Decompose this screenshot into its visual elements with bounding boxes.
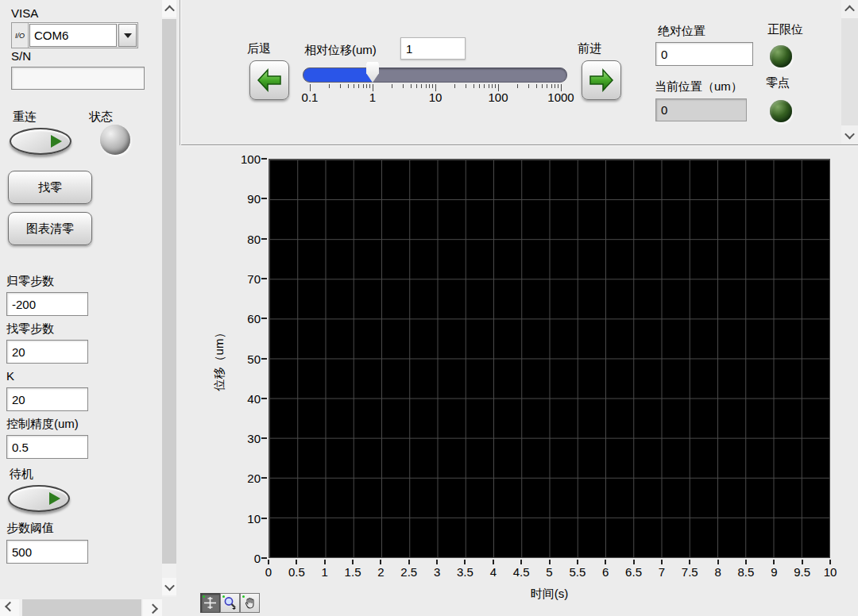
slider-tick	[421, 84, 422, 88]
x-tick-label: 3.5	[457, 565, 473, 579]
y-tick-label: 50	[247, 352, 261, 365]
current-position-label: 当前位置（um）	[655, 79, 743, 94]
x-tick-mark	[549, 560, 551, 564]
find-zero-steps-input[interactable]	[6, 340, 88, 364]
x-tick-label: 0	[265, 565, 272, 579]
x-tick-mark	[520, 560, 522, 564]
visa-combobox[interactable]: I/O COM6	[11, 22, 138, 48]
current-position-indicator: 0	[655, 98, 747, 121]
x-tick-label: 0.5	[288, 565, 305, 579]
k-input[interactable]	[6, 387, 88, 411]
hand-icon	[243, 596, 257, 610]
scroll-down-button[interactable]	[162, 578, 176, 595]
scroll-left-button[interactable]	[0, 599, 19, 616]
back-label: 后退	[247, 41, 271, 56]
slider-scale-label: 100	[488, 90, 508, 104]
x-axis-title: 时间(s)	[269, 587, 830, 602]
zero-point-label: 零点	[766, 75, 790, 90]
find-zero-steps-label: 找零步数	[6, 321, 54, 336]
scrollbar-thumb[interactable]	[22, 599, 141, 616]
y-tick-mark	[261, 477, 267, 479]
x-tick-mark	[773, 560, 775, 564]
visa-combobox-value[interactable]: COM6	[29, 24, 117, 47]
forward-button[interactable]	[582, 60, 621, 100]
scrollbar-thumb[interactable]	[162, 19, 176, 564]
slider-tick	[551, 84, 552, 88]
slider-tick	[558, 84, 558, 88]
find-zero-button[interactable]: 找零	[8, 171, 92, 204]
pane-separator	[180, 0, 181, 145]
application-window: VISA I/O COM6 S/N 重连 状态 找零 图表清零 归零步数 找零步…	[0, 0, 858, 616]
k-label: K	[6, 369, 14, 383]
x-tick-mark	[408, 560, 410, 564]
sn-input[interactable]	[11, 67, 145, 90]
slider-tick	[392, 84, 392, 88]
x-tick-mark	[324, 560, 326, 564]
cursor-tool-button[interactable]	[200, 593, 220, 613]
chevron-up-icon	[844, 5, 855, 15]
x-tick-label: 5	[546, 565, 552, 579]
status-led	[100, 125, 130, 155]
slider-tick	[454, 84, 455, 88]
slider-tick	[495, 84, 496, 88]
x-tick-label: 2	[377, 565, 384, 579]
relative-displacement-input[interactable]	[400, 37, 466, 60]
scroll-up-button[interactable]	[162, 0, 176, 17]
slider-scale-label: 0.1	[302, 90, 319, 104]
tool-active-dot	[222, 595, 225, 598]
scroll-right-button[interactable]	[143, 599, 162, 616]
relative-displacement-slider[interactable]	[303, 67, 567, 83]
x-tick-mark	[380, 560, 381, 564]
slider-tick	[479, 84, 480, 88]
x-tick-mark	[436, 560, 438, 564]
scroll-down-button[interactable]	[841, 126, 858, 144]
zero-steps-input[interactable]	[6, 292, 88, 316]
slider-tick	[358, 84, 359, 88]
x-tick-label: 4.5	[513, 565, 530, 579]
tool-active-dot	[242, 595, 245, 598]
chart-clear-button[interactable]: 图表清零	[8, 212, 92, 245]
x-tick-label: 6	[602, 565, 609, 579]
x-tick-mark	[689, 560, 690, 564]
step-threshold-input[interactable]	[6, 540, 88, 564]
slider-tick	[426, 84, 427, 88]
y-tick-mark	[261, 557, 267, 559]
scroll-up-button[interactable]	[841, 0, 858, 17]
x-tick-mark	[493, 560, 494, 564]
absolute-position-input[interactable]	[655, 42, 753, 66]
x-tick-mark	[352, 560, 354, 564]
magnifier-icon	[223, 596, 237, 610]
slider-tick	[528, 84, 529, 88]
reconnect-toggle[interactable]	[10, 128, 72, 155]
x-tick-mark	[745, 560, 747, 564]
pan-tool-button[interactable]	[240, 593, 260, 613]
y-tick-mark	[261, 358, 267, 360]
standby-toggle[interactable]	[8, 485, 70, 512]
slider-tick	[473, 84, 474, 88]
x-tick-mark	[802, 560, 803, 564]
slider-tick	[329, 84, 330, 88]
slider-tick	[517, 84, 518, 88]
visa-dropdown-button[interactable]	[118, 24, 137, 47]
chart-plot-area[interactable]	[269, 159, 830, 558]
x-tick-mark	[661, 560, 663, 564]
x-tick-mark	[577, 560, 578, 564]
precision-input[interactable]	[6, 435, 88, 459]
slider-scale-label: 10	[429, 90, 443, 104]
y-tick-mark	[261, 198, 267, 199]
y-tick-label: 30	[247, 432, 261, 445]
precision-label: 控制精度(um)	[6, 417, 79, 431]
scrollbar-thumb[interactable]	[841, 18, 858, 125]
slider-tick	[536, 84, 537, 88]
slider-scale-label: 1	[369, 90, 376, 104]
y-tick-label: 60	[247, 312, 261, 325]
back-button[interactable]	[249, 60, 289, 100]
slider-tick	[416, 84, 417, 88]
y-tick-label: 0	[254, 552, 261, 565]
x-axis-tick-labels: 00.511.522.533.544.555.566.577.588.599.5…	[269, 565, 830, 581]
visa-label: VISA	[11, 6, 38, 21]
y-tick-mark	[261, 518, 267, 519]
x-tick-mark	[829, 560, 831, 564]
x-tick-mark	[268, 560, 269, 564]
zoom-tool-button[interactable]	[220, 593, 240, 613]
